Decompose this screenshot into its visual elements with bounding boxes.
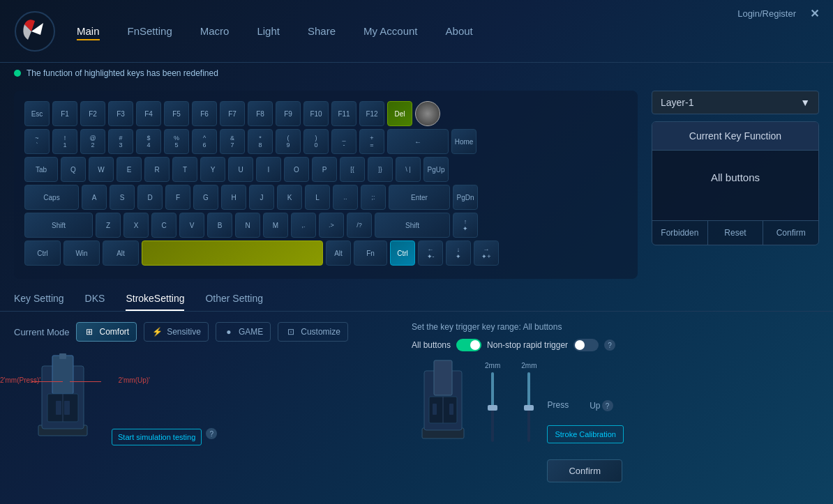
key-down[interactable]: ↓✦ <box>446 240 471 266</box>
key-quote[interactable]: ;: <box>361 185 386 210</box>
key-f1[interactable]: F1 <box>52 101 77 126</box>
nav-share[interactable]: Share <box>308 22 336 40</box>
key-slash[interactable]: /? <box>347 213 372 238</box>
key-right[interactable]: →✦+ <box>474 240 499 266</box>
tab-stroke-setting[interactable]: StrokeSetting <box>126 293 184 311</box>
key-7[interactable]: &7 <box>220 129 245 154</box>
tab-dks[interactable]: DKS <box>85 293 105 311</box>
key-q[interactable]: Q <box>61 157 86 182</box>
nav-fnsetting[interactable]: FnSetting <box>128 22 172 40</box>
key-f[interactable]: F <box>165 185 190 210</box>
reset-button[interactable]: Reset <box>708 221 764 245</box>
key-m[interactable]: M <box>263 213 288 238</box>
mode-comfort-button[interactable]: ⊞ Comfort <box>76 322 137 342</box>
key-1[interactable]: !1 <box>52 129 77 154</box>
key-e[interactable]: E <box>117 157 142 182</box>
simulation-test-button[interactable]: Start simulation testing <box>112 429 202 445</box>
key-z[interactable]: Z <box>96 213 121 238</box>
key-f3[interactable]: F3 <box>108 101 133 126</box>
key-h[interactable]: H <box>221 185 246 210</box>
nav-myaccount[interactable]: My Account <box>363 22 418 40</box>
key-period[interactable]: .> <box>319 213 344 238</box>
key-4[interactable]: $4 <box>136 129 161 154</box>
key-y[interactable]: Y <box>200 157 225 182</box>
key-t[interactable]: T <box>172 157 197 182</box>
key-f11[interactable]: F11 <box>331 101 357 126</box>
key-n[interactable]: N <box>235 213 260 238</box>
profile-circle[interactable] <box>415 101 440 126</box>
non-stop-toggle[interactable] <box>573 339 599 351</box>
stroke-calibration-button[interactable]: Stroke Calibration <box>547 425 623 443</box>
key-s[interactable]: S <box>110 185 135 210</box>
all-buttons-toggle[interactable] <box>456 339 481 351</box>
key-backspace[interactable]: ← <box>387 129 449 154</box>
key-f6[interactable]: F6 <box>192 101 217 126</box>
key-equals[interactable]: += <box>359 129 384 154</box>
key-9[interactable]: (9 <box>276 129 301 154</box>
key-5[interactable]: %5 <box>164 129 189 154</box>
key-f8[interactable]: F8 <box>248 101 273 126</box>
key-pgdn[interactable]: PgDn <box>453 185 478 210</box>
key-shift-l[interactable]: Shift <box>24 213 93 238</box>
key-o[interactable]: O <box>284 157 309 182</box>
key-up[interactable]: ↑✦ <box>453 213 478 238</box>
key-u[interactable]: U <box>228 157 253 182</box>
key-semicolon[interactable]: .. <box>333 185 358 210</box>
key-c[interactable]: C <box>151 213 177 238</box>
key-tab[interactable]: Tab <box>24 157 58 182</box>
key-0[interactable]: )0 <box>303 129 329 154</box>
key-i[interactable]: I <box>256 157 281 182</box>
key-g[interactable]: G <box>193 185 218 210</box>
key-6[interactable]: ^6 <box>192 129 217 154</box>
forbidden-button[interactable]: Forbidden <box>652 221 708 245</box>
key-f5[interactable]: F5 <box>164 101 189 126</box>
key-b[interactable]: B <box>207 213 232 238</box>
key-fn[interactable]: Fn <box>354 240 387 266</box>
key-a[interactable]: A <box>82 185 107 210</box>
key-l[interactable]: L <box>305 185 330 210</box>
up-help-icon[interactable]: ? <box>602 400 613 411</box>
key-3[interactable]: #3 <box>108 129 133 154</box>
key-f12[interactable]: F12 <box>359 101 384 126</box>
key-rbracket[interactable]: ]} <box>368 157 393 182</box>
key-ctrl-l[interactable]: Ctrl <box>24 240 61 266</box>
key-tilde[interactable]: ~` <box>24 129 50 154</box>
key-shift-r[interactable]: Shift <box>375 213 450 238</box>
key-8[interactable]: *8 <box>248 129 273 154</box>
key-f9[interactable]: F9 <box>276 101 301 126</box>
key-esc[interactable]: Esc <box>24 101 50 126</box>
key-alt-r[interactable]: Alt <box>326 240 351 266</box>
tab-other-setting[interactable]: Other Setting <box>205 293 263 311</box>
nav-light[interactable]: Light <box>257 22 280 40</box>
layer-selector[interactable]: Layer-1 ▼ <box>652 91 819 114</box>
key-home[interactable]: Home <box>451 129 476 154</box>
sim-test-help-icon[interactable]: ? <box>206 428 217 439</box>
non-stop-help-icon[interactable]: ? <box>604 339 615 351</box>
key-f10[interactable]: F10 <box>303 101 329 126</box>
key-x[interactable]: X <box>123 213 149 238</box>
key-alt-l[interactable]: Alt <box>103 240 139 266</box>
mode-game-button[interactable]: ● GAME <box>216 322 271 342</box>
mode-customize-button[interactable]: ⊡ Customize <box>278 322 348 342</box>
confirm-key-function-button[interactable]: Confirm <box>763 221 818 245</box>
key-lbracket[interactable]: [{ <box>340 157 365 182</box>
key-2[interactable]: @2 <box>80 129 105 154</box>
tab-key-setting[interactable]: Key Setting <box>14 293 64 311</box>
nav-about[interactable]: About <box>446 22 473 40</box>
nav-main[interactable]: Main <box>77 22 100 40</box>
key-d[interactable]: D <box>137 185 163 210</box>
close-button[interactable]: ✕ <box>810 7 819 20</box>
key-j[interactable]: J <box>249 185 274 210</box>
nav-macro[interactable]: Macro <box>200 22 230 40</box>
key-left[interactable]: ←✦- <box>418 240 443 266</box>
key-minus[interactable]: _- <box>331 129 357 154</box>
up-slider-thumb[interactable] <box>524 405 534 411</box>
key-f2[interactable]: F2 <box>80 101 105 126</box>
key-f7[interactable]: F7 <box>220 101 245 126</box>
key-k[interactable]: K <box>277 185 302 210</box>
key-win[interactable]: Win <box>63 240 100 266</box>
key-comma[interactable]: ,. <box>291 213 316 238</box>
key-enter[interactable]: Enter <box>389 185 450 210</box>
confirm-stroke-button[interactable]: Confirm <box>547 459 622 482</box>
login-register-link[interactable]: Login/Register <box>737 8 796 19</box>
